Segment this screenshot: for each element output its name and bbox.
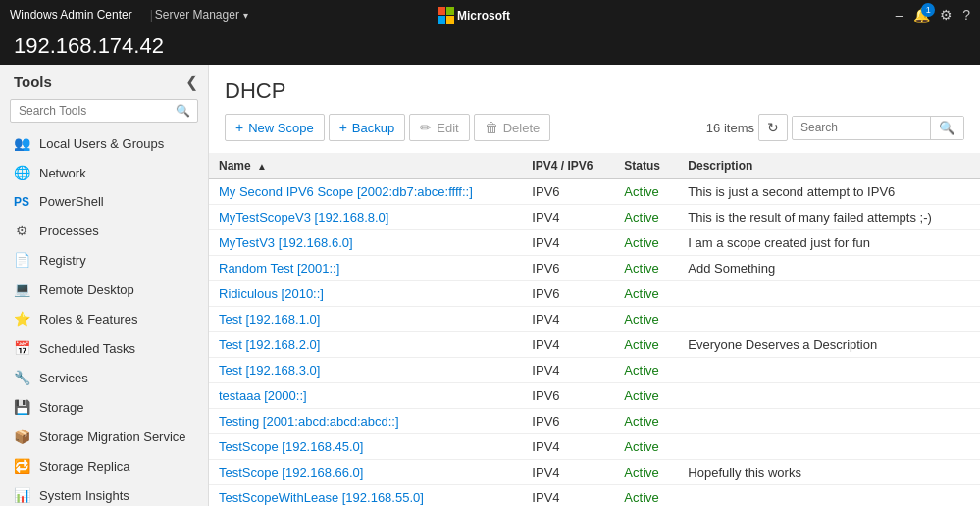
content-area: DHCP + New Scope + Backup ✏ Edit 🗑 Delet… — [209, 65, 980, 506]
row-name-cell: My Second IPV6 Scope [2002:db7:abce:ffff… — [209, 179, 522, 205]
sidebar-item-storage-replica[interactable]: 🔁 Storage Replica — [0, 451, 208, 481]
table-row: MyTestScopeV3 [192.168.8.0]IPV4ActiveThi… — [209, 205, 980, 230]
backup-icon: + — [339, 120, 347, 135]
col-name[interactable]: Name ▲ — [209, 153, 522, 179]
storage-icon: 💾 — [14, 399, 29, 415]
row-ipver-cell: IPV6 — [522, 281, 614, 307]
row-status-cell: Active — [614, 332, 678, 358]
row-ipver-cell: IPV6 — [522, 383, 614, 409]
notification-bell-icon[interactable]: 🔔 1 — [913, 7, 930, 23]
search-submit-button[interactable]: 🔍 — [930, 117, 963, 139]
search-tools-input[interactable] — [10, 99, 198, 123]
table-row: Test [192.168.2.0]IPV4ActiveEveryone Des… — [209, 332, 980, 358]
row-description-cell — [678, 434, 980, 460]
sidebar-item-label: Registry — [39, 253, 86, 268]
sidebar-item-label: Storage Replica — [39, 459, 130, 474]
col-ipver: IPV4 / IPV6 — [522, 153, 614, 179]
scope-link[interactable]: Test [192.168.1.0] — [219, 312, 320, 327]
server-manager-label: Server Manager — [155, 8, 239, 22]
row-status-cell: Active — [614, 460, 678, 485]
row-name-cell: Random Test [2001::] — [209, 256, 522, 281]
row-name-cell: TestScopeWithLease [192.168.55.0] — [209, 485, 522, 507]
svg-rect-1 — [446, 7, 454, 15]
sidebar-item-label: Processes — [39, 224, 99, 238]
row-ipver-cell: IPV4 — [522, 205, 614, 230]
sidebar-item-processes[interactable]: ⚙ Processes — [0, 216, 208, 245]
server-manager-btn[interactable]: Server Manager ▾ — [155, 8, 248, 22]
delete-icon: 🗑 — [485, 120, 498, 135]
item-count: 16 items — [706, 121, 754, 135]
sidebar-item-label: System Insights — [39, 488, 129, 503]
sidebar-item-storage-migration[interactable]: 📦 Storage Migration Service — [0, 422, 208, 451]
scope-link[interactable]: testaaa [2000::] — [219, 388, 307, 403]
powershell-icon: PS — [14, 195, 29, 209]
page-title: DHCP — [225, 78, 964, 104]
sidebar-title: Tools — [14, 74, 52, 90]
dhcp-table-wrapper: Name ▲ IPV4 / IPV6 Status Description My… — [209, 153, 980, 506]
edit-button[interactable]: ✏ Edit — [409, 114, 469, 141]
sidebar-search-wrapper: 🔍 — [10, 99, 198, 123]
sidebar-item-roles-features[interactable]: ⭐ Roles & Features — [0, 304, 208, 333]
scope-link[interactable]: Random Test [2001::] — [219, 261, 339, 276]
sidebar-item-system-insights[interactable]: 📊 System Insights — [0, 481, 208, 506]
sidebar-item-scheduled-tasks[interactable]: 📅 Scheduled Tasks — [0, 333, 208, 363]
svg-text:Microsoft: Microsoft — [457, 9, 510, 23]
sidebar-item-services[interactable]: 🔧 Services — [0, 363, 208, 392]
row-name-cell: MyTestV3 [192.168.6.0] — [209, 230, 522, 256]
row-description-cell: Hopefully this works — [678, 460, 980, 485]
settings-gear-icon[interactable]: ⚙ — [940, 7, 953, 23]
row-status-cell: Active — [614, 230, 678, 256]
row-status-cell: Active — [614, 307, 678, 332]
row-ipver-cell: IPV6 — [522, 256, 614, 281]
row-status-cell: Active — [614, 409, 678, 434]
roles-features-icon: ⭐ — [14, 311, 29, 327]
sidebar-collapse-button[interactable]: ❮ — [185, 73, 198, 91]
scope-link[interactable]: MyTestScopeV3 [192.168.8.0] — [219, 210, 388, 225]
row-ipver-cell: IPV4 — [522, 485, 614, 507]
search-input[interactable] — [793, 117, 930, 138]
row-description-cell: Everyone Deserves a Description — [678, 332, 980, 358]
backup-button[interactable]: + Backup — [329, 114, 406, 141]
sidebar-item-storage[interactable]: 💾 Storage — [0, 392, 208, 422]
backup-label: Backup — [352, 121, 394, 135]
new-scope-label: New Scope — [248, 121, 313, 135]
delete-button[interactable]: 🗑 Delete — [474, 114, 551, 141]
scope-link[interactable]: Test [192.168.3.0] — [219, 363, 320, 378]
sidebar-item-network[interactable]: 🌐 Network — [0, 158, 208, 187]
scope-link[interactable]: MyTestV3 [192.168.6.0] — [219, 235, 353, 250]
table-row: Testing [2001:abcd:abcd:abcd::]IPV6Activ… — [209, 409, 980, 434]
server-ip-label: 192.168.174.42 — [14, 33, 164, 58]
minimize-icon[interactable]: ‒ — [895, 7, 903, 23]
scope-link[interactable]: TestScope [192.168.45.0] — [219, 439, 363, 454]
col-description: Description — [678, 153, 980, 179]
row-status-cell: Active — [614, 358, 678, 383]
plus-icon: + — [235, 120, 243, 135]
scope-link[interactable]: TestScope [192.168.66.0] — [219, 465, 363, 480]
processes-icon: ⚙ — [14, 223, 29, 238]
edit-label: Edit — [437, 121, 458, 135]
scope-link[interactable]: Ridiculous [2010::] — [219, 286, 324, 301]
row-description-cell: This is just a second attempt to IPV6 — [678, 179, 980, 205]
row-name-cell: Ridiculous [2010::] — [209, 281, 522, 307]
table-row: TestScope [192.168.66.0]IPV4ActiveHopefu… — [209, 460, 980, 485]
network-icon: 🌐 — [14, 165, 29, 180]
svg-rect-0 — [438, 7, 445, 15]
row-status-cell: Active — [614, 281, 678, 307]
refresh-button[interactable]: ↻ — [758, 114, 788, 141]
sidebar: Tools ❮ 🔍 👥 Local Users & Groups 🌐 Netwo… — [0, 65, 209, 506]
scope-link[interactable]: TestScopeWithLease [192.168.55.0] — [219, 490, 424, 505]
table-row: Test [192.168.3.0]IPV4Active — [209, 358, 980, 383]
table-row: Random Test [2001::]IPV6ActiveAdd Someth… — [209, 256, 980, 281]
new-scope-button[interactable]: + New Scope — [225, 114, 325, 141]
scope-link[interactable]: My Second IPV6 Scope [2002:db7:abce:ffff… — [219, 184, 473, 199]
sidebar-item-local-users[interactable]: 👥 Local Users & Groups — [0, 128, 208, 158]
sidebar-item-registry[interactable]: 📄 Registry — [0, 245, 208, 275]
sidebar-item-remote-desktop[interactable]: 💻 Remote Desktop — [0, 275, 208, 304]
topbar-actions: ‒ 🔔 1 ⚙ ? — [895, 7, 970, 23]
scope-link[interactable]: Testing [2001:abcd:abcd:abcd::] — [219, 414, 399, 429]
scope-link[interactable]: Test [192.168.2.0] — [219, 337, 320, 352]
help-icon[interactable]: ? — [962, 7, 970, 23]
sidebar-item-powershell[interactable]: PS PowerShell — [0, 187, 208, 216]
row-ipver-cell: IPV4 — [522, 332, 614, 358]
local-users-icon: 👥 — [14, 135, 29, 151]
